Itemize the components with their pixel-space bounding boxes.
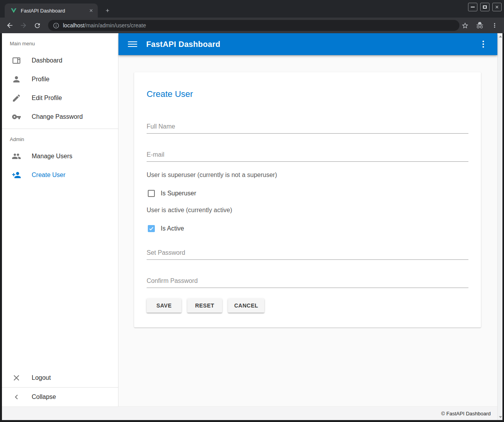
pencil-icon	[12, 93, 21, 103]
superuser-checkbox-row[interactable]: Is Superuser	[148, 190, 468, 197]
appbar: FastAPI Dashboard	[118, 33, 497, 55]
incognito-indicator	[474, 20, 485, 31]
star-icon	[461, 22, 469, 29]
back-button[interactable]	[4, 20, 15, 31]
confirm-password-field-wrap	[147, 276, 468, 288]
footer-copyright: © FastAPI Dashboard	[441, 411, 491, 417]
active-checkbox-row[interactable]: Is Active	[148, 225, 468, 232]
sidebar-item-change-password[interactable]: Change Password	[2, 107, 118, 126]
sidebar-item-label: Manage Users	[32, 153, 72, 160]
scrollbar-up-arrow[interactable]	[498, 34, 502, 39]
full-name-field-wrap	[147, 122, 468, 134]
url-text: localhost/main/admin/users/create	[63, 22, 146, 29]
superuser-hint: User is superuser (currently is not a su…	[147, 172, 468, 179]
active-checkbox-label: Is Active	[161, 225, 184, 232]
sidebar-divider	[2, 129, 118, 129]
tab-title: FastAPI Dashboard	[21, 8, 88, 14]
sidebar-item-label: Collapse	[32, 393, 56, 401]
address-bar[interactable]: localhost/main/admin/users/create	[48, 20, 459, 31]
window-close-button[interactable]	[492, 3, 502, 11]
sidebar-item-edit-profile[interactable]: Edit Profile	[2, 89, 118, 107]
sidebar-item-label: Edit Profile	[32, 95, 62, 102]
main-area: FastAPI Dashboard Create User User is su…	[118, 33, 497, 406]
browser-menu-button[interactable]	[489, 20, 500, 31]
email-input[interactable]	[147, 150, 468, 162]
save-button[interactable]: SAVE	[147, 299, 181, 313]
hamburger-menu-icon[interactable]	[128, 39, 137, 49]
sidebar-item-manage-users[interactable]: Manage Users	[2, 147, 118, 166]
chevron-left-icon	[12, 392, 21, 402]
active-checkbox[interactable]	[148, 225, 155, 232]
sidebar-item-profile[interactable]: Profile	[2, 70, 118, 89]
reset-button[interactable]: RESET	[187, 299, 222, 313]
maximize-icon	[483, 5, 487, 9]
reload-icon	[34, 22, 41, 29]
browser-tabstrip: FastAPI Dashboard	[0, 0, 504, 18]
appbar-menu-button[interactable]	[479, 39, 488, 49]
new-tab-button[interactable]	[102, 5, 113, 16]
minimize-icon	[471, 7, 475, 7]
window-minimize-button[interactable]	[468, 3, 477, 11]
set-password-field-wrap	[147, 248, 468, 260]
browser-tab[interactable]: FastAPI Dashboard	[5, 4, 98, 18]
url-path: /main/admin/users/create	[84, 22, 146, 29]
sidebar-spacer	[2, 184, 118, 368]
incognito-icon	[476, 21, 484, 29]
sidebar: Main menu Dashboard Profile	[2, 33, 118, 406]
checkmark-icon	[149, 226, 154, 231]
close-icon	[495, 5, 499, 9]
sidebar-item-logout[interactable]: Logout	[2, 368, 118, 387]
page-content: Create User User is superuser (currently…	[118, 55, 497, 406]
sidebar-section-admin: Admin	[2, 131, 118, 147]
sidebar-item-collapse[interactable]: Collapse	[2, 388, 118, 406]
page-scrollbar[interactable]	[497, 33, 502, 420]
forward-arrow-icon	[20, 21, 27, 29]
superuser-checkbox-label: Is Superuser	[161, 190, 196, 197]
url-host: localhost	[63, 22, 84, 29]
app-footer: © FastAPI Dashboard	[2, 406, 497, 420]
sidebar-item-label: Logout	[32, 374, 51, 381]
sidebar-section-main-menu: Main menu	[2, 36, 118, 51]
bookmark-button[interactable]	[459, 20, 470, 31]
page-title: Create User	[147, 89, 468, 99]
sidebar-item-create-user[interactable]: Create User	[2, 166, 118, 184]
person-icon	[12, 75, 21, 84]
scrollbar-down-arrow[interactable]	[498, 414, 502, 420]
group-icon	[12, 152, 21, 161]
create-user-card: Create User User is superuser (currently…	[134, 72, 481, 327]
email-field-wrap	[147, 150, 468, 162]
logout-close-icon	[12, 373, 21, 383]
back-arrow-icon	[6, 21, 14, 29]
key-icon	[12, 112, 21, 122]
sidebar-item-dashboard[interactable]: Dashboard	[2, 51, 118, 70]
vue-logo-icon	[11, 7, 17, 14]
form-actions: SAVE RESET CANCEL	[147, 299, 468, 313]
browser-toolbar: localhost/main/admin/users/create	[0, 18, 504, 33]
tab-close-icon[interactable]	[88, 7, 95, 14]
confirm-password-input[interactable]	[147, 276, 468, 288]
cancel-button[interactable]: CANCEL	[228, 299, 264, 313]
sidebar-item-label: Dashboard	[32, 57, 62, 64]
sidebar-item-label: Profile	[32, 76, 49, 83]
reload-button[interactable]	[32, 20, 43, 31]
kebab-menu-icon	[491, 22, 498, 29]
window-maximize-button[interactable]	[480, 3, 490, 11]
sidebar-item-label: Create User	[32, 172, 65, 179]
app-window: Main menu Dashboard Profile	[2, 33, 502, 420]
superuser-checkbox[interactable]	[148, 190, 155, 197]
page-info-icon[interactable]	[53, 22, 59, 29]
dashboard-icon	[12, 56, 21, 65]
forward-button[interactable]	[18, 20, 29, 31]
person-add-icon	[12, 170, 21, 180]
active-hint: User is active (currently active)	[147, 207, 468, 214]
set-password-input[interactable]	[147, 248, 468, 260]
appbar-title: FastAPI Dashboard	[146, 40, 221, 49]
full-name-input[interactable]	[147, 122, 468, 134]
sidebar-item-label: Change Password	[32, 113, 83, 120]
